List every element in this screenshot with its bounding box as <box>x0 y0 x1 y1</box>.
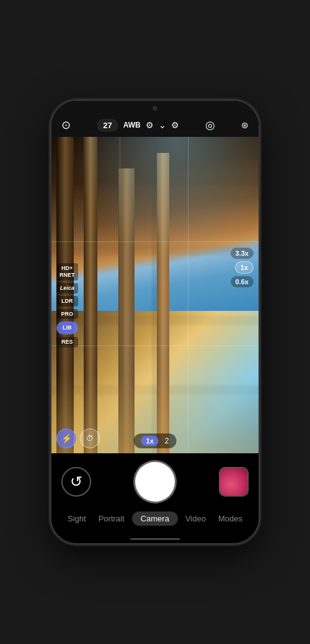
face-detection-icon[interactable]: ⊛ <box>241 120 249 130</box>
phone-shell: ⊙ 27 AWB ⚙ ⌄ ⚙ ◎ ⊛ <box>50 99 260 545</box>
mode-camera[interactable]: Camera <box>132 511 178 526</box>
zoom-option-1x[interactable]: 1x <box>235 261 254 274</box>
sidebar-item-hdrnet[interactable]: HD+RNET <box>56 263 78 281</box>
zoom-active-value[interactable]: 1x <box>141 436 159 446</box>
iso-badge[interactable]: 27 <box>97 119 118 132</box>
shutter-row: ↺ <box>61 462 249 502</box>
timer-button[interactable]: ⏱ <box>80 429 100 448</box>
bottom-left-icons: ⚡ ⏱ <box>56 429 100 448</box>
settings-icon[interactable]: ⚙ <box>146 120 154 130</box>
zoom-secondary-value[interactable]: 2 <box>165 437 169 445</box>
mode-modes[interactable]: Modes <box>213 511 247 526</box>
zoom-option-3x[interactable]: 3.3x <box>231 248 254 259</box>
sidebar-item-pro[interactable]: PRO <box>56 309 78 320</box>
left-sidebar: HD+RNET Leica LDR PRO LIB RES <box>56 263 78 347</box>
volume-button[interactable] <box>50 188 51 212</box>
home-bar <box>130 538 180 540</box>
power-button[interactable] <box>259 200 260 237</box>
rotate-icon: ↺ <box>70 473 82 490</box>
home-indicator <box>51 534 259 543</box>
gallery-thumbnail-image <box>220 468 247 495</box>
flash-icon: ⚡ <box>61 433 72 443</box>
sidebar-item-lib[interactable]: LIB <box>56 321 78 334</box>
sidebar-item-leica[interactable]: Leica <box>56 283 78 294</box>
sidebar-item-res[interactable]: RES <box>56 337 78 347</box>
top-bar: ⊙ 27 AWB ⚙ ⌄ ⚙ ◎ ⊛ <box>51 101 259 137</box>
mode-bar: Sight Portrait Camera Video Modes <box>61 509 249 531</box>
gallery-thumbnail[interactable] <box>219 467 249 497</box>
mode-portrait[interactable]: Portrait <box>94 511 130 526</box>
zoom-pill: 1x 2 <box>134 433 177 448</box>
right-sidebar-zoom: 3.3x 1x 0.6x <box>231 248 254 287</box>
stone-texture-overlay <box>51 137 259 453</box>
zoom-option-0x[interactable]: 0.6x <box>231 276 254 287</box>
timer-icon: ⏱ <box>86 434 94 443</box>
arch-column-3 <box>118 168 135 453</box>
mode-video[interactable]: Video <box>180 511 211 526</box>
sidebar-item-ldr[interactable]: LDR <box>56 296 78 307</box>
bottom-controls: ↺ Sight Portrait Camera Vide <box>51 453 259 534</box>
chevron-down-icon[interactable]: ⌄ <box>159 120 166 130</box>
mode-sight[interactable]: Sight <box>63 511 91 526</box>
camera-app: ⊙ 27 AWB ⚙ ⌄ ⚙ ◎ ⊛ <box>51 101 259 543</box>
rotate-camera-button[interactable]: ↺ <box>61 467 91 497</box>
arch-column-4 <box>157 153 169 453</box>
shutter-button[interactable] <box>135 462 175 502</box>
shutter-speed-icon[interactable]: ◎ <box>205 118 215 132</box>
arch-column-2 <box>84 137 97 453</box>
flash-button[interactable]: ⚡ <box>56 429 76 448</box>
top-center-controls: 27 AWB ⚙ ⌄ ⚙ <box>97 119 179 132</box>
viewfinder[interactable]: HD+RNET Leica LDR PRO LIB RES ⚡ ⏱ 3.3x 1… <box>51 137 259 453</box>
awb-label[interactable]: AWB <box>123 121 141 129</box>
focus-mode-icon[interactable]: ⊙ <box>61 118 71 132</box>
mode-settings-icon[interactable]: ⚙ <box>171 120 179 130</box>
